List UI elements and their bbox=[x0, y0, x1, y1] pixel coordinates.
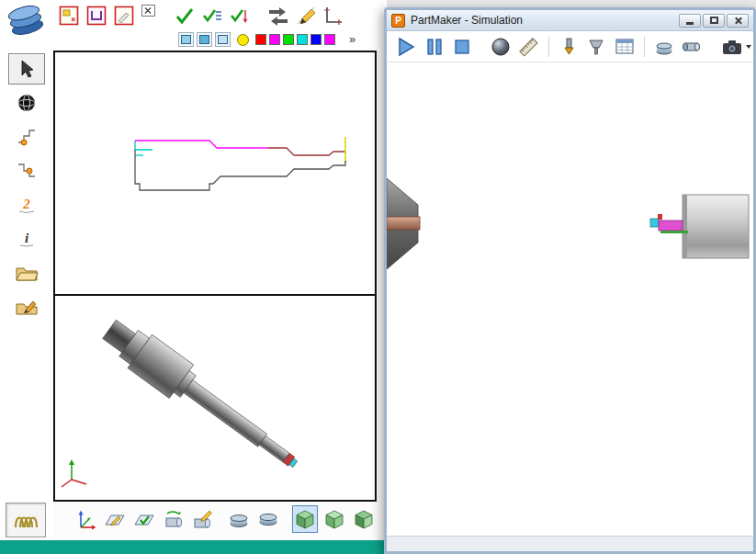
iso-view-shaded-icon bbox=[293, 507, 317, 531]
swap-arrows-icon bbox=[266, 5, 290, 27]
close-doc-button[interactable] bbox=[140, 3, 158, 21]
view-sphere-button[interactable] bbox=[489, 34, 513, 60]
measure-ruler-button[interactable] bbox=[516, 34, 540, 60]
color-toolbar: » bbox=[178, 30, 355, 49]
cylinder-rotate-button[interactable] bbox=[161, 505, 186, 533]
tool-holder-button[interactable] bbox=[584, 34, 608, 60]
verify-list-button[interactable] bbox=[200, 4, 224, 28]
stock-disks-icon bbox=[227, 507, 251, 531]
stock-disks-button[interactable] bbox=[226, 505, 252, 533]
process-grid-icon bbox=[614, 36, 636, 58]
chuck-button[interactable] bbox=[680, 34, 704, 60]
verify-update-button[interactable] bbox=[228, 4, 252, 28]
stop-button[interactable] bbox=[450, 34, 474, 60]
screen: » 2 i bbox=[0, 0, 756, 554]
close-button[interactable] bbox=[727, 14, 749, 28]
stock-disk-button[interactable] bbox=[255, 505, 281, 533]
simulation-toolbar bbox=[387, 31, 753, 62]
play-icon bbox=[395, 36, 417, 58]
open-folder-tool-button[interactable] bbox=[8, 257, 45, 288]
pattern-save-icon bbox=[85, 5, 107, 27]
color-swatch-magenta2[interactable] bbox=[324, 34, 335, 45]
fill-style-1-chip bbox=[181, 35, 191, 44]
pattern-doc-button[interactable] bbox=[57, 4, 81, 28]
stock-disks-button[interactable] bbox=[652, 34, 676, 60]
maximize-icon bbox=[710, 17, 718, 24]
info-glyph: i bbox=[25, 231, 29, 245]
chuck-icon bbox=[682, 36, 704, 58]
snapshot-camera-button[interactable] bbox=[718, 34, 753, 60]
tool-insert-icon bbox=[558, 36, 580, 58]
pattern-save-button[interactable] bbox=[85, 4, 108, 28]
spring-coil-tool-button[interactable] bbox=[6, 503, 46, 537]
select-arrow-icon bbox=[16, 58, 38, 80]
iso-view-shaded-button[interactable] bbox=[292, 505, 318, 533]
profile-viewport[interactable] bbox=[53, 51, 377, 296]
simulation-statusbar bbox=[387, 536, 753, 551]
rotate-view-tool-button[interactable] bbox=[8, 87, 45, 119]
open-folder-icon bbox=[15, 263, 39, 283]
partmaker-app-icon: P bbox=[391, 14, 405, 28]
slope-edit-button[interactable] bbox=[294, 4, 318, 28]
simulation-titlebar[interactable]: P PartMaker - Simulation bbox=[387, 10, 753, 31]
pause-button[interactable] bbox=[422, 34, 446, 60]
measure-ruler-icon bbox=[517, 36, 539, 58]
current-color-indicator[interactable] bbox=[237, 34, 249, 46]
pattern-edit-button[interactable] bbox=[112, 4, 136, 28]
verify-plane-icon bbox=[132, 507, 156, 531]
main-toolbar-row1 bbox=[57, 3, 345, 28]
slope-edit-icon bbox=[295, 5, 317, 27]
contour-pick-alt-tool-button[interactable] bbox=[8, 155, 45, 187]
partmaker-main-window: » 2 i bbox=[0, 0, 387, 554]
main-spindle-chuck bbox=[387, 178, 420, 269]
solid-model bbox=[55, 296, 375, 500]
two-axis-tool-button[interactable]: 2 bbox=[8, 189, 45, 220]
swap-arrows-button[interactable] bbox=[266, 4, 290, 28]
toolbar-separator bbox=[644, 37, 645, 57]
tool-holder-icon bbox=[585, 36, 607, 58]
iso-view-alt-button[interactable] bbox=[322, 505, 347, 533]
corner-dimension-button[interactable] bbox=[322, 4, 345, 28]
stock-disks-icon bbox=[653, 36, 675, 58]
cylinder-edit-button[interactable] bbox=[190, 505, 216, 533]
maximize-button[interactable] bbox=[703, 14, 725, 28]
fill-style-2-button[interactable] bbox=[197, 32, 212, 47]
color-swatch-cyan[interactable] bbox=[297, 34, 308, 45]
fill-style-3-chip bbox=[218, 35, 228, 44]
color-swatch-magenta[interactable] bbox=[269, 34, 280, 45]
verify-check-button[interactable] bbox=[173, 4, 197, 28]
partmaker-logo bbox=[2, 2, 51, 40]
fill-style-2-chip bbox=[199, 35, 209, 44]
simulation-canvas[interactable] bbox=[387, 62, 753, 536]
snapshot-dropdown-icon[interactable] bbox=[746, 45, 751, 49]
minimize-button[interactable] bbox=[679, 14, 701, 28]
color-swatch-red[interactable] bbox=[255, 34, 266, 45]
iso-view-alt-icon bbox=[322, 507, 346, 531]
close-icon bbox=[734, 17, 742, 25]
select-tool-button[interactable] bbox=[8, 53, 45, 85]
contour-pick-tool-button[interactable] bbox=[8, 121, 45, 153]
palette-more-button[interactable]: » bbox=[349, 33, 355, 46]
simulation-window: P PartMaker - Simulation bbox=[384, 7, 756, 554]
info-tool-button[interactable]: i bbox=[8, 223, 45, 254]
sketch-plane-button[interactable] bbox=[102, 505, 128, 533]
contour-pick-alt-icon bbox=[16, 160, 38, 182]
verify-plane-button[interactable] bbox=[131, 505, 157, 533]
color-swatch-blue[interactable] bbox=[310, 34, 322, 45]
iso-view-alt2-button[interactable] bbox=[351, 505, 377, 533]
fill-style-1-button[interactable] bbox=[178, 32, 194, 47]
color-swatch-green[interactable] bbox=[283, 34, 294, 45]
play-button[interactable] bbox=[394, 34, 418, 60]
verify-update-icon bbox=[229, 5, 251, 27]
tool-insert-button[interactable] bbox=[557, 34, 581, 60]
axes-view-button[interactable] bbox=[73, 505, 98, 533]
edit-folder-tool-button[interactable] bbox=[8, 291, 45, 322]
info-icon: i bbox=[16, 228, 38, 250]
process-grid-button[interactable] bbox=[613, 34, 637, 60]
fill-style-3-button[interactable] bbox=[215, 32, 231, 47]
axes-icon bbox=[73, 507, 97, 531]
partmaker-logo-icon bbox=[2, 2, 50, 39]
solid-viewport[interactable] bbox=[53, 294, 377, 502]
axes-triad bbox=[62, 459, 86, 487]
view-toolbar bbox=[53, 502, 377, 537]
